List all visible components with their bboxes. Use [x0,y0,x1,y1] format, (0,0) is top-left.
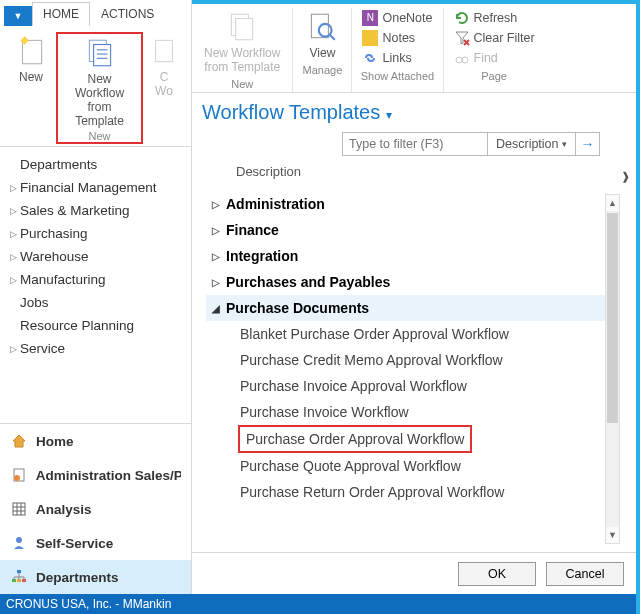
ribbon-group-show-attached: NOneNote Notes Links Show Attached [352,8,443,92]
tree-group-integration[interactable]: ▷Integration [206,243,606,269]
tree-item[interactable]: Purchase Credit Memo Approval Workflow [206,347,606,373]
scroll-thumb[interactable] [607,213,618,423]
nav-resource-planning[interactable]: Resource Planning [0,314,191,337]
tree-group-purchase-documents[interactable]: ◢Purchase Documents [206,295,606,321]
scroll-up-icon[interactable]: ▲ [606,195,619,211]
nav-bottom: Home Administration Sales/P Analysis Sel… [0,423,191,594]
svg-rect-25 [236,19,253,40]
department-tree: Departments ▷Financial Management ▷Sales… [0,147,191,423]
tree-item[interactable]: Purchase Invoice Workflow [206,399,606,425]
tab-home[interactable]: HOME [32,2,90,26]
nav-self-service[interactable]: Self-Service [0,526,191,560]
nav-sales-marketing[interactable]: ▷Sales & Marketing [0,199,191,222]
new-label: New [19,70,43,84]
filter-mode-dropdown[interactable]: Description ▾ [488,132,576,156]
svg-rect-6 [156,40,173,61]
onenote-button[interactable]: NOneNote [358,8,436,28]
tree-item[interactable]: Purchase Invoice Approval Workflow [206,373,606,399]
svg-rect-18 [22,579,26,582]
ribbon-right: New Workflow from Template New View Mana… [192,4,636,93]
truncated-ribbon-item: C Wo [143,32,187,144]
nav-admin-sales[interactable]: Administration Sales/P [0,458,191,492]
tree-item[interactable]: Purchase Return Order Approval Workflow [206,479,606,505]
find-button: Find [450,48,502,68]
new-button[interactable]: New [8,32,54,144]
svg-point-31 [456,57,462,63]
notes-button[interactable]: Notes [358,28,419,48]
nwt-label-2: from Template [66,100,133,128]
svg-point-8 [14,475,20,481]
tree-group-administration[interactable]: ▷Administration [206,191,606,217]
magnifier-page-icon [305,10,339,44]
nav-purchasing[interactable]: ▷Purchasing [0,222,191,245]
new-workflow-from-template-disabled: New Workflow from Template [198,8,286,76]
svg-rect-2 [93,45,110,66]
tree-group-finance[interactable]: ▷Finance [206,217,606,243]
navigation-pane: ▼ HOME ACTIONS New New Workflow from Tem… [0,0,192,594]
filter-bar: Description ▾ → [192,128,636,164]
cancel-button[interactable]: Cancel [546,562,624,586]
gear-doc-icon [10,466,28,484]
document-stack-icon [83,36,117,70]
highlight-new-workflow: New Workflow from Template New [56,32,143,144]
nav-analysis[interactable]: Analysis [0,492,191,526]
grid-icon [10,500,28,518]
filter-go-button[interactable]: → [576,132,600,156]
svg-rect-16 [12,579,16,582]
tree-item[interactable]: Purchase Quote Approval Workflow [206,453,606,479]
refresh-button[interactable]: Refresh [450,8,522,28]
new-workflow-from-template-button[interactable]: New Workflow from Template [58,34,141,130]
nav-home[interactable]: Home [0,424,191,458]
nwt-label-1: New Workflow [66,72,133,100]
ribbon-group-page: Refresh Clear Filter Find Page [444,8,545,92]
dialog-button-bar: OK Cancel [192,552,636,594]
tree-item-highlighted[interactable]: Purchase Order Approval Workflow [238,425,472,453]
svg-line-28 [330,34,335,39]
svg-rect-15 [17,570,21,573]
nav-departments[interactable]: Departments [0,153,191,176]
svg-point-14 [16,537,22,543]
scroll-down-icon[interactable]: ▼ [606,527,619,543]
column-header-description: Description [206,164,606,191]
svg-rect-17 [17,579,21,582]
nav-manufacturing[interactable]: ▷Manufacturing [0,268,191,291]
tree-item[interactable]: Blanket Purchase Order Approval Workflow [206,321,606,347]
content-pane: New Workflow from Template New View Mana… [192,0,636,594]
tab-actions[interactable]: ACTIONS [90,2,165,26]
clear-filter-button[interactable]: Clear Filter [450,28,539,48]
template-tree: Description ▷Administration ▷Finance ▷In… [192,164,636,594]
document-icon [147,34,181,68]
tree-group-purchases-payables[interactable]: ▷Purchases and Payables [206,269,606,295]
org-chart-icon [10,568,28,586]
person-icon [10,534,28,552]
ribbon-group-new: New Workflow from Template New [192,8,293,92]
ok-button[interactable]: OK [458,562,536,586]
app-menu-dropdown[interactable]: ▼ [4,6,32,26]
svg-point-32 [462,57,468,63]
ribbon-group-manage: View Manage [293,8,352,92]
new-sparkle-icon [14,34,48,68]
vertical-scrollbar[interactable]: ▲ ▼ [605,194,620,544]
status-bar: CRONUS USA, Inc. - MMankin [0,594,636,614]
funnel-x-icon [454,30,470,46]
page-title: Workflow Templates ▾ [192,93,636,128]
nav-warehouse[interactable]: ▷Warehouse [0,245,191,268]
tab-strip: ▼ HOME ACTIONS [0,0,191,26]
notes-icon [362,30,378,46]
view-button[interactable]: View [299,8,345,62]
nav-service[interactable]: ▷Service [0,337,191,360]
ribbon-left: New New Workflow from Template New C Wo [0,26,191,147]
svg-rect-9 [13,503,25,515]
nav-departments-bottom[interactable]: Departments [0,560,191,594]
ribbon-group-new: New [58,130,141,142]
nav-jobs[interactable]: Jobs [0,291,191,314]
links-button[interactable]: Links [358,48,415,68]
filter-input[interactable] [342,132,488,156]
home-icon [10,432,28,450]
refresh-icon [454,10,470,26]
onenote-icon: N [362,10,378,26]
nav-financial-management[interactable]: ▷Financial Management [0,176,191,199]
binoculars-icon [454,50,470,66]
document-stack-icon [225,10,259,44]
link-icon [362,50,378,66]
